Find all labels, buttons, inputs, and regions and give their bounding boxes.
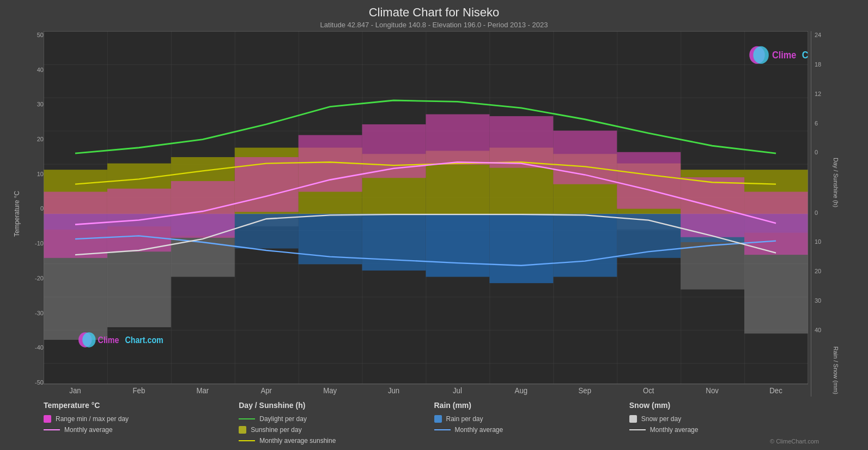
legend-label-sunshine: Sunshine per day (251, 426, 301, 434)
legend-line-sunshine-avg (239, 440, 255, 441)
svg-rect-48 (362, 124, 426, 178)
svg-text:Nov: Nov (706, 386, 719, 395)
svg-text:Jan: Jan (69, 386, 81, 395)
sub-title: Latitude 42.847 - Longitude 140.8 - Elev… (11, 21, 857, 29)
legend-group-rain: Rain (mm) Rain per day Monthly average (434, 401, 629, 445)
svg-rect-54 (744, 192, 808, 255)
legend-label-sunshine-avg: Monthly average sunshine (259, 437, 336, 445)
legend-rain-title: Rain (mm) (434, 401, 629, 410)
legend-rain-per-day: Rain per day (434, 415, 629, 423)
svg-rect-51 (553, 131, 617, 184)
legend-group-sunshine: Day / Sunshine (h) Daylight per day Suns… (239, 401, 434, 445)
svg-text:Dec: Dec (769, 386, 782, 395)
main-chart: Jan Feb Mar Apr May Jun Jul Aug Sep Oct … (44, 31, 808, 397)
main-title: Climate Chart for Niseko (11, 5, 857, 20)
legend-label-rain-avg: Monthly average (455, 426, 503, 434)
legend-label-daylight: Daylight per day (259, 415, 307, 423)
legend-rain-avg: Monthly average (434, 426, 629, 434)
svg-rect-46 (235, 157, 299, 212)
svg-text:Feb: Feb (132, 386, 145, 395)
legend-group-snow: Snow (mm) Snow per day Monthly average ©… (629, 401, 824, 445)
legend-temp-avg: Monthly average (44, 426, 239, 434)
svg-text:Jul: Jul (453, 386, 462, 395)
svg-rect-24 (362, 214, 426, 271)
y-axis-right-top: 24 18 12 6 0 (811, 31, 857, 155)
svg-text:Oct: Oct (643, 386, 654, 395)
copyright: © ClimeChart.com (629, 438, 824, 445)
header: Climate Chart for Niseko Latitude 42.847… (11, 5, 857, 29)
y-axis-left-label: Temperature °C (11, 31, 23, 397)
legend-label-temp-avg: Monthly average (64, 426, 113, 434)
legend-label-temp-range: Range min / max per day (56, 415, 129, 423)
legend-label-snow-avg: Monthly average (650, 426, 699, 434)
legend-snow-title: Snow (mm) (629, 401, 824, 410)
chart-area: Temperature °C 50 40 30 20 10 0 -10 -20 … (11, 31, 857, 397)
legend-line-snow-avg (629, 429, 646, 430)
legend-sunshine-per-day: Sunshine per day (239, 426, 434, 434)
legend-label-snow: Snow per day (641, 415, 681, 423)
svg-rect-50 (489, 116, 553, 168)
svg-text:Chart.com: Chart.com (125, 335, 163, 345)
svg-text:Clime: Clime (772, 49, 797, 61)
svg-rect-52 (617, 152, 681, 209)
chart-svg: Jan Feb Mar Apr May Jun Jul Aug Sep Oct … (44, 31, 808, 397)
legend-sunshine-avg: Monthly average sunshine (239, 437, 434, 445)
legend-swatch-snow (629, 415, 637, 423)
svg-point-68 (753, 46, 768, 64)
svg-rect-26 (489, 214, 553, 283)
legend-label-rain: Rain per day (446, 415, 483, 423)
legend-line-daylight (239, 418, 255, 419)
y-axis-right: 24 18 12 6 0 Day / Sunshine (h) 0 10 20 … (808, 31, 857, 397)
svg-text:Mar: Mar (196, 386, 209, 395)
svg-rect-27 (553, 214, 617, 277)
x-axis: Jan Feb Mar Apr May Jun Jul Aug Sep Oct … (69, 386, 782, 395)
y-axis-left-ticks: 50 40 30 20 10 0 -10 -20 -30 -40 -50 (23, 31, 44, 397)
svg-text:Clime: Clime (98, 335, 119, 345)
legend-area: Temperature °C Range min / max per day M… (11, 397, 857, 445)
page-wrapper: Climate Chart for Niseko Latitude 42.847… (0, 0, 868, 450)
svg-text:Aug: Aug (515, 386, 527, 395)
legend-sunshine-title: Day / Sunshine (h) (239, 401, 434, 410)
svg-rect-45 (171, 181, 235, 238)
legend-group-temperature: Temperature °C Range min / max per day M… (44, 401, 239, 445)
y-axis-right-rain-label: Rain / Snow (mm) (811, 344, 857, 397)
legend-line-rain-avg (434, 429, 451, 430)
legend-line-temp-avg (44, 429, 60, 430)
svg-text:Chart.com: Chart.com (802, 49, 808, 61)
svg-point-72 (82, 332, 95, 347)
y-axis-right-bottom: 0 10 20 30 40 (811, 210, 857, 344)
svg-rect-49 (426, 114, 490, 164)
legend-swatch-sunshine (239, 426, 246, 434)
legend-swatch-temp-range (44, 415, 51, 423)
svg-text:Jun: Jun (388, 386, 399, 395)
y-axis-right-sunshine-label: Day / Sunshine (h) (811, 155, 857, 209)
svg-rect-53 (681, 177, 744, 237)
legend-swatch-rain (434, 415, 442, 423)
legend-temp-title: Temperature °C (44, 401, 239, 410)
legend-daylight: Daylight per day (239, 415, 434, 423)
legend-snow-per-day: Snow per day (629, 415, 824, 423)
svg-text:May: May (323, 386, 337, 395)
svg-text:Apr: Apr (260, 386, 272, 395)
svg-rect-25 (426, 214, 490, 277)
svg-text:Sep: Sep (579, 386, 592, 395)
legend-temp-range: Range min / max per day (44, 415, 239, 423)
legend-snow-avg: Monthly average (629, 426, 824, 434)
